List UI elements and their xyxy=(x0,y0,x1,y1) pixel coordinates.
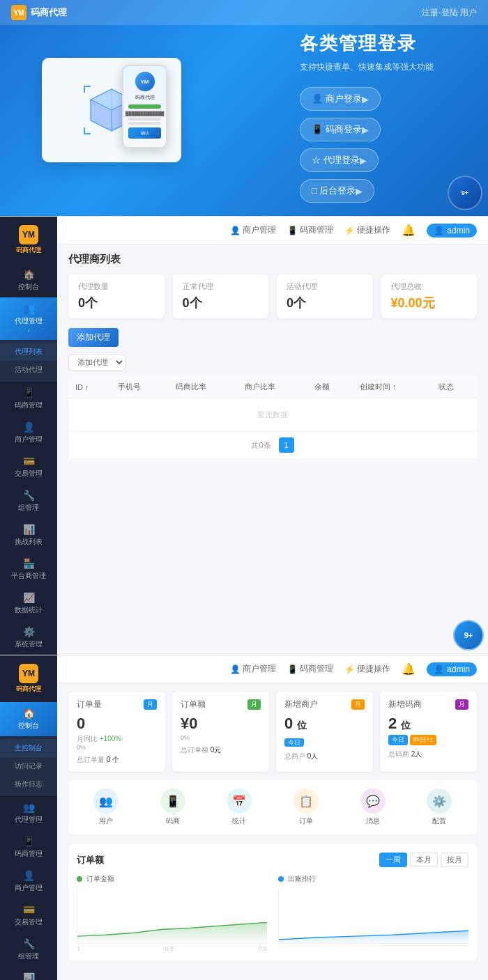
hero-visual: YM 码商代理 █████████████ 确认 xyxy=(21,44,286,197)
nav-code-mgmt[interactable]: 📱码商管理 xyxy=(287,224,333,236)
col-merchant-rate: 商户比率 xyxy=(238,376,307,398)
sidebar-submenu-agents: 代理列表 活动代理 xyxy=(0,340,57,382)
sidebar-item-transaction-d[interactable]: 💳 交易管理 xyxy=(0,899,57,933)
metric-amount: 订单额 月 ¥0 0% 总订单额 0元 xyxy=(172,692,269,772)
filter-row: 添加代理 xyxy=(68,354,477,371)
nav-quick-d[interactable]: ⚡便捷操作 xyxy=(344,663,390,675)
hero-logo-text: 码商代理 xyxy=(31,6,67,19)
sidebar-sub-active-agents[interactable]: 活动代理 xyxy=(0,361,57,379)
col-balance: 余额 xyxy=(307,376,353,398)
quick-nav-users[interactable]: 👥 用户 xyxy=(77,788,135,826)
sidebar-item-merchant[interactable]: 👤 商户管理 xyxy=(0,416,57,450)
merchant-icon: 👤 xyxy=(23,421,35,433)
nav-merchant-mgmt[interactable]: 👤商户管理 xyxy=(230,224,276,236)
sidebar-item-system[interactable]: ⚙️ 系统管理 xyxy=(0,621,57,655)
notification-bell[interactable]: 🔔 xyxy=(402,224,415,237)
quick-nav-codemerchant[interactable]: 📱 码商 xyxy=(144,788,202,826)
legend-dot-orders xyxy=(77,876,82,882)
chart-code-merchant-rank: 出账排行 xyxy=(278,874,468,952)
sidebar-item-merchant-d[interactable]: 👤 商户管理 xyxy=(0,864,57,899)
col-status: 状态 xyxy=(432,376,477,398)
sidebar-item-challenge-d[interactable]: 📊 挑战列表 xyxy=(0,967,57,980)
sidebar-item-group[interactable]: 🔧 组管理 xyxy=(0,484,57,518)
phone-avatar: YM xyxy=(135,72,155,91)
sidebar-sub-op-log[interactable]: 操作日志 xyxy=(0,775,57,793)
chart-legend-orders: 订单金额 xyxy=(77,874,267,884)
admin-panel-agents: YM 码商代理 🏠 控制台 👥 代理管理 › 代理列表 活动代理 📱 码商管理 … xyxy=(0,216,488,655)
sidebar-item-control-active[interactable]: 🏠 控制台 xyxy=(0,702,57,736)
stats-row-agents: 代理数量 0个 正常代理 0个 活动代理 0个 代理总收 ¥0.00元 xyxy=(68,274,477,318)
backend-login-button[interactable]: □ 后台登录 ▶ xyxy=(300,179,374,203)
sidebar-sub-main-console[interactable]: 主控制台 xyxy=(0,739,57,757)
sidebar-agents: YM 码商代理 🏠 控制台 👥 代理管理 › 代理列表 活动代理 📱 码商管理 … xyxy=(0,217,57,655)
quick-nav: 👥 用户 📱 码商 📅 统计 📋 订单 💬 消息 xyxy=(68,780,477,834)
user-menu-d[interactable]: 👤 admin xyxy=(427,662,477,676)
hero-topbar: YM 码商代理 注册·登陆·用户 xyxy=(0,0,488,25)
main-content-agents: 👤商户管理 📱码商管理 ⚡便捷操作 🔔 👤 admin 代理商列表 代理数量 0… xyxy=(57,217,488,655)
sidebar-logo-icon: YM xyxy=(19,225,38,244)
chart-area: 订单金额 xyxy=(77,874,468,952)
page-content-agents: 代理商列表 代理数量 0个 正常代理 0个 活动代理 0个 代理总收 ¥0.00… xyxy=(57,244,488,467)
hero-content: YM 码商代理 █████████████ 确认 xyxy=(0,25,488,216)
metric-new-code-merchants: 新增码商 月 2 位 今日 昨日+1 总码商 2人 xyxy=(380,692,477,772)
page-content-dashboard: 订单量 月 0 月同比 +100%· 0% 总订单量 0 个 订单额 月 ¥0 … xyxy=(57,683,488,977)
chart-section: 订单额 一周 本月 按月 订单金额 xyxy=(68,844,477,960)
sidebar-sub-access-log[interactable]: 访问记录 xyxy=(0,757,57,775)
agent-filter-select[interactable]: 添加代理 xyxy=(68,354,125,371)
users-icon: 👥 xyxy=(93,788,119,814)
sidebar-item-transaction[interactable]: 💳 交易管理 xyxy=(0,450,57,484)
nav-code-d[interactable]: 📱码商管理 xyxy=(287,663,333,675)
pagination: 1 xyxy=(279,437,294,453)
sidebar-item-dashboard[interactable]: 🏠 控制台 xyxy=(0,263,57,297)
rank-chart xyxy=(278,888,468,944)
hero-subtitle: 支持快捷查单、快速集成等强大功能 xyxy=(300,61,467,73)
sidebar-item-codemerchant-d[interactable]: 📱 码商管理 xyxy=(0,830,57,864)
sidebar-item-codemerchant[interactable]: 📱 码商管理 xyxy=(0,382,57,416)
quick-nav-orders[interactable]: 📋 订单 xyxy=(277,788,335,826)
codemerchant-login-button[interactable]: 📱 码商登录 ▶ xyxy=(300,118,381,141)
stat-normal-agents: 正常代理 0个 xyxy=(173,274,269,318)
notification-bell-d[interactable]: 🔔 xyxy=(402,662,415,676)
order-trend-chart xyxy=(77,888,267,944)
page-1[interactable]: 1 xyxy=(279,437,294,453)
hero-topbar-right: 注册·登陆·用户 xyxy=(422,7,477,19)
sidebar-item-platform[interactable]: 🏪 平台商管理 xyxy=(0,552,57,586)
topbar-dashboard: 👤商户管理 📱码商管理 ⚡便捷操作 🔔 👤 admin xyxy=(57,655,488,683)
col-phone: 手机号 xyxy=(111,376,168,398)
chart-tab-month[interactable]: 本月 xyxy=(410,853,438,867)
codemerchant-icon-2: 📱 xyxy=(23,836,35,847)
logo-icon: YM xyxy=(11,5,26,20)
sidebar-item-challenge[interactable]: 📊 挑战列表 xyxy=(0,518,57,552)
merchant-login-button[interactable]: 👤 商户登录 ▶ xyxy=(300,87,381,111)
sidebar-item-stats[interactable]: 📈 数据统计 xyxy=(0,586,57,621)
admin-panel-dashboard: YM 码商代理 🏠 控制台 主控制台 访问记录 操作日志 👥 代理管理 📱 码商… xyxy=(0,655,488,980)
user-menu[interactable]: 👤 admin xyxy=(427,224,477,238)
sidebar-item-group-d[interactable]: 🔧 组管理 xyxy=(0,933,57,967)
chart-tab-week[interactable]: 一周 xyxy=(379,853,407,867)
sidebar-logo-dashboard: YM 码商代理 xyxy=(13,661,44,697)
sidebar-item-agents[interactable]: 👥 代理管理 › xyxy=(0,297,57,340)
sidebar-sub-agent-list[interactable]: 代理列表 xyxy=(0,343,57,361)
agents-table: ID ↑ 手机号 码商比率 商户比率 余额 创建时间 ↑ 状态 暂无数据 xyxy=(68,376,477,432)
order-trend-svg xyxy=(77,888,267,943)
hero-logo: YM 码商代理 xyxy=(11,5,67,20)
agent-icon-2: 👥 xyxy=(23,802,35,813)
chart-header: 订单额 一周 本月 按月 xyxy=(77,853,468,867)
chart-order-trend: 订单金额 xyxy=(77,874,267,952)
quick-nav-config[interactable]: ⚙️ 配置 xyxy=(410,788,468,826)
metric-new-merchants: 新增商户 月 0 位 今日 总商户 0人 xyxy=(276,692,373,772)
stat-active-agents: 活动代理 0个 xyxy=(277,274,373,318)
sidebar-item-agents-d[interactable]: 👥 代理管理 xyxy=(0,796,57,830)
add-agent-button[interactable]: 添加代理 xyxy=(68,328,119,347)
transaction-icon: 💳 xyxy=(23,456,35,467)
challenge-icon: 📊 xyxy=(23,524,35,535)
chart-tab-bymonth[interactable]: 按月 xyxy=(441,853,468,867)
nav-quick-ops[interactable]: ⚡便捷操作 xyxy=(344,224,390,236)
quick-nav-stats[interactable]: 📅 统计 xyxy=(210,788,268,826)
nav-merchant-d[interactable]: 👤商户管理 xyxy=(230,663,276,675)
quick-nav-messages[interactable]: 💬 消息 xyxy=(344,788,402,826)
table-footer-agents: 共0条 1 xyxy=(68,432,477,458)
messages-nav-icon: 💬 xyxy=(360,788,386,814)
agent-login-button[interactable]: ☆ 代理登录 ▶ xyxy=(300,148,379,172)
main-content-dashboard: 👤商户管理 📱码商管理 ⚡便捷操作 🔔 👤 admin 订单量 月 xyxy=(57,655,488,980)
